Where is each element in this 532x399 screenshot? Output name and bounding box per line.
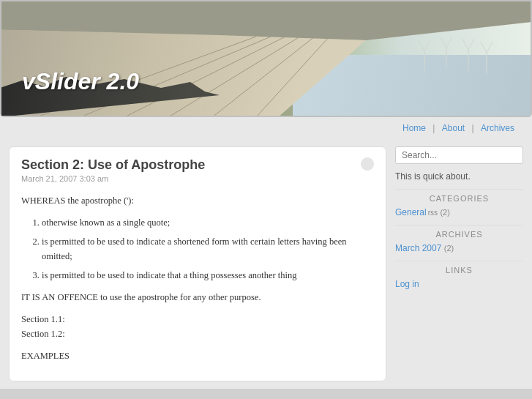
post-intro: WHEREAS the apostrophe ('): bbox=[21, 193, 374, 208]
list-item: is permitted to be used to indicate a sh… bbox=[42, 234, 374, 264]
site-title: vSlider 2.0 bbox=[22, 68, 139, 95]
post-date: March 21, 2007 3:03 am bbox=[21, 174, 374, 183]
archive-count: (2) bbox=[444, 244, 454, 253]
links-title: Links bbox=[395, 261, 523, 275]
main-nav: Home | About | Archives bbox=[0, 117, 532, 139]
categories-title: Categories bbox=[395, 189, 523, 203]
archive-march-link[interactable]: March 2007 bbox=[395, 243, 441, 253]
archives-section: Archives March 2007 (2) bbox=[395, 225, 523, 253]
search-input[interactable] bbox=[395, 146, 523, 164]
quick-about: This is quick about. bbox=[395, 171, 523, 182]
edit-icon[interactable] bbox=[361, 157, 374, 171]
sidebar: This is quick about. Categories GeneralR… bbox=[395, 146, 523, 381]
list-item: is permitted to be used to indicate that… bbox=[42, 268, 374, 283]
categories-section: Categories GeneralRSS (2) bbox=[395, 189, 523, 217]
list-item: otherwise known as a single quote; bbox=[42, 215, 374, 230]
post-list: otherwise known as a single quote; is pe… bbox=[42, 215, 374, 283]
nav-archives[interactable]: Archives bbox=[481, 123, 514, 133]
post-examples: EXAMPLES bbox=[21, 348, 374, 363]
archives-title: Archives bbox=[395, 225, 523, 239]
post-content: Section 2: Use of Apostrophe March 21, 2… bbox=[9, 146, 386, 381]
search-container bbox=[395, 146, 523, 164]
category-general-link[interactable]: General bbox=[395, 207, 427, 217]
category-count: (2) bbox=[440, 208, 449, 217]
links-section: Links Log in bbox=[395, 261, 523, 289]
nav-about[interactable]: About bbox=[442, 123, 465, 133]
post-title: Section 2: Use of Apostrophe bbox=[21, 157, 374, 173]
header-image bbox=[0, 0, 532, 117]
rss-label: RSS bbox=[428, 209, 438, 217]
nav-home[interactable]: Home bbox=[402, 123, 426, 133]
post-offence: IT IS AN OFFENCE to use the apostrophe f… bbox=[21, 290, 374, 305]
archive-item: March 2007 (2) bbox=[395, 243, 523, 253]
post-body: WHEREAS the apostrophe ('): otherwise kn… bbox=[21, 193, 374, 363]
nav-sep-2: | bbox=[472, 123, 474, 133]
category-item: GeneralRSS (2) bbox=[395, 207, 523, 217]
nav-sep-1: | bbox=[432, 123, 435, 133]
post-sections: Section 1.1:Section 1.2: bbox=[21, 312, 374, 341]
login-link[interactable]: Log in bbox=[395, 279, 419, 289]
site-header: vSlider 2.0 bbox=[0, 0, 532, 117]
main-layout: Section 2: Use of Apostrophe March 21, 2… bbox=[0, 139, 532, 389]
link-item: Log in bbox=[395, 279, 523, 289]
